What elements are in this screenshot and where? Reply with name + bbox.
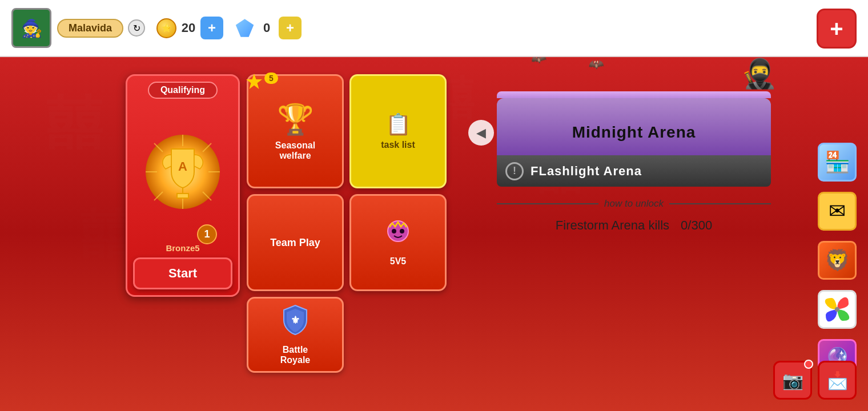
camera-button[interactable]: 📷	[773, 361, 812, 400]
svg-point-12	[388, 221, 408, 241]
gem-value: 0	[258, 21, 275, 35]
svg-marker-10	[246, 74, 262, 89]
lion-icon-button[interactable]: 🦁	[818, 241, 857, 280]
lion-icon: 🦁	[825, 248, 850, 272]
notification-dot	[804, 360, 813, 369]
avatar-emoji: 🧙	[21, 18, 42, 38]
rank-badge: 1	[197, 224, 217, 244]
midnight-arena-platform[interactable]: Midnight Arena	[497, 98, 771, 155]
seasonal-label: Seasonal welfare	[275, 140, 315, 161]
5v5-label: 5V5	[390, 256, 406, 267]
header-bar: 🧙 Malavida ↻ ⭐ 20 + 0 + +	[0, 0, 868, 57]
warning-icon: !	[505, 162, 524, 180]
team-play-card[interactable]: Team Play	[247, 194, 344, 291]
task-list-card[interactable]: 📋 task list	[349, 74, 447, 188]
kills-value: 0/300	[681, 218, 712, 233]
envelope-icon: 📩	[827, 370, 848, 390]
unlock-line-left	[497, 203, 598, 204]
qualifying-card[interactable]: Qualifying	[126, 74, 240, 297]
svg-point-14	[400, 229, 404, 233]
refresh-icon: ↻	[133, 23, 140, 34]
flashlight-arena-text: FLashlight Arena	[531, 164, 642, 179]
star-number: 5	[264, 72, 278, 84]
pinwheel-icon-button[interactable]	[818, 290, 857, 329]
arena-platform-wrapper: 🦇 🦇 🦇 🥷 Midnight Arena ! FLashlight Aren…	[497, 91, 794, 187]
star-badge-area	[245, 72, 263, 93]
add-coins-button[interactable]: +	[200, 17, 223, 39]
platform-top-edge	[497, 91, 771, 98]
trophy-svg: A	[143, 132, 223, 212]
coin-block: ⭐ 20 +	[156, 17, 223, 39]
username-text: Malavida	[69, 22, 112, 34]
bat-2: 🦇	[565, 57, 581, 58]
unlock-label: how to unlock	[604, 198, 664, 209]
refresh-button[interactable]: ↻	[128, 19, 145, 37]
pinwheel-svg	[823, 295, 851, 324]
start-button[interactable]: Start	[133, 257, 232, 289]
skull-icon	[384, 219, 412, 253]
battle-royale-card[interactable]: ⚜ Battle Royale	[247, 297, 344, 373]
kills-info: Firestorm Arena kills 0/300	[497, 218, 771, 233]
arena-section: 🦇 🦇 🦇 🥷 Midnight Arena ! FLashlight Aren…	[497, 91, 794, 233]
trophy-area: A 1	[143, 104, 223, 239]
flashlight-arena-bar[interactable]: ! FLashlight Arena	[497, 155, 771, 187]
task-label: task list	[381, 140, 415, 150]
add-gems-button[interactable]: +	[279, 17, 302, 39]
top-plus-button[interactable]: +	[817, 9, 857, 49]
right-cards-grid: 5 🏆 Seasonal welfare 📋 task list Team Pl…	[247, 74, 447, 373]
qualifying-title: Qualifying	[148, 82, 218, 99]
cards-section: Qualifying	[126, 74, 447, 373]
main-area: 囍 囍 囍 囍 囍 囍 Qualifying	[0, 57, 868, 411]
seasonal-welfare-card[interactable]: 5 🏆 Seasonal welfare	[247, 74, 344, 188]
right-icons-panel: 🏪 ✉ 🦁 🔮	[818, 143, 857, 378]
coin-value: 20	[180, 21, 197, 35]
unlock-section: how to unlock Firestorm Arena kills 0/30…	[497, 198, 771, 233]
username-block: Malavida ↻	[57, 19, 145, 38]
coin-icon: ⭐	[156, 18, 176, 38]
camera-icon: 📷	[782, 370, 803, 390]
how-to-unlock-row: how to unlock	[497, 198, 771, 209]
shop-icon: 🏪	[825, 150, 850, 174]
seasonal-trophy-icon: 🏆	[277, 102, 314, 137]
gem-icon	[235, 18, 255, 38]
gem-block: 0 +	[235, 17, 302, 39]
shop-icon-button[interactable]: 🏪	[818, 143, 857, 182]
svg-text:A: A	[178, 159, 187, 174]
svg-point-15	[835, 307, 839, 312]
back-arrow-button[interactable]: ◀	[468, 120, 494, 146]
battle-label: Battle Royale	[280, 345, 310, 365]
skull-svg	[384, 219, 412, 247]
bronze-label: Bronze5	[166, 243, 199, 253]
deco-symbol-1: 囍	[46, 86, 103, 163]
shield-icon: ⚜	[281, 304, 310, 341]
midnight-arena-text: Midnight Arena	[572, 123, 696, 142]
username-plate: Malavida	[57, 19, 123, 38]
bat-1: 🦇	[530, 57, 548, 67]
bottom-right-buttons: 📷 📩	[773, 361, 857, 400]
mail-icon: ✉	[829, 199, 846, 223]
svg-text:⚜: ⚜	[291, 315, 300, 326]
teamplay-label: Team Play	[270, 237, 320, 249]
shield-svg: ⚜	[281, 304, 310, 336]
envelope-button[interactable]: 📩	[818, 361, 857, 400]
mail-icon-button[interactable]: ✉	[818, 192, 857, 231]
avatar[interactable]: 🧙	[11, 8, 51, 48]
unlock-line-right	[669, 203, 771, 204]
star-badge-icon	[245, 72, 263, 91]
task-icon: 📋	[385, 112, 411, 136]
5v5-card[interactable]: 5V5	[349, 194, 447, 291]
svg-point-13	[392, 229, 396, 233]
deco-symbol-5: 囍	[80, 200, 131, 269]
ninja-character: 🥷	[741, 57, 777, 90]
bat-3: 🦇	[588, 57, 604, 72]
kills-label: Firestorm Arena kills	[556, 218, 669, 233]
